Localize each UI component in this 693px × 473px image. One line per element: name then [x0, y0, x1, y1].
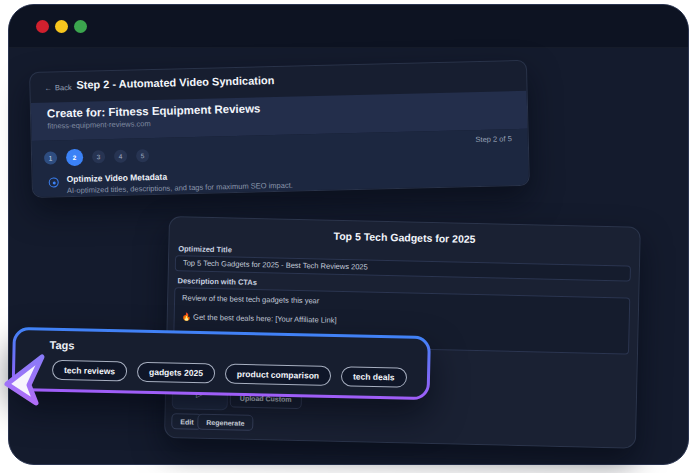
back-arrow-icon: ←: [44, 83, 52, 92]
wizard-steps-section: Step 2 of 5 1 2 3 4 5 Optimize Video Met…: [32, 129, 529, 198]
maximize-window-icon[interactable]: [74, 20, 87, 33]
tag-pill[interactable]: product comparison: [225, 364, 332, 386]
tags-row: tech reviews gadgets 2025 product compar…: [52, 360, 407, 388]
tag-pill[interactable]: tech reviews: [52, 360, 127, 382]
window-titlebar: [9, 5, 688, 48]
tag-pill[interactable]: gadgets 2025: [137, 362, 215, 384]
step-circle-2[interactable]: 2: [66, 149, 83, 166]
step-circle-5[interactable]: 5: [136, 149, 149, 162]
target-icon: [49, 177, 59, 187]
tags-label: Tags: [49, 339, 74, 352]
active-step-row: Optimize Video Metadata AI-optimized tit…: [49, 169, 293, 196]
mockup-stage: ← Back Step 2 - Automated Video Syndicat…: [0, 0, 693, 473]
optimized-title-label: Optimized Title: [178, 244, 232, 254]
back-button[interactable]: ← Back: [44, 83, 71, 93]
step-progress-label: Step 2 of 5: [475, 134, 511, 144]
tag-pill[interactable]: tech deals: [341, 366, 407, 387]
step-circle-1[interactable]: 1: [44, 151, 57, 164]
wizard-title: Step 2 - Automated Video Syndication: [76, 74, 274, 91]
regenerate-button[interactable]: Regenerate: [197, 414, 253, 431]
description-label: Description with CTAs: [177, 276, 257, 287]
minimize-window-icon[interactable]: [55, 20, 68, 33]
wizard-panel: ← Back Step 2 - Automated Video Syndicat…: [29, 60, 530, 198]
close-window-icon[interactable]: [36, 20, 49, 33]
step-circle-4[interactable]: 4: [114, 150, 127, 163]
tags-highlight-box: Tags tech reviews gadgets 2025 product c…: [12, 327, 431, 400]
back-label: Back: [55, 83, 72, 92]
step-indicator: 1 2 3 4 5: [44, 147, 149, 167]
tags-section: Tags tech reviews gadgets 2025 product c…: [15, 330, 428, 397]
video-title: Top 5 Tech Gadgets for 2025: [170, 226, 640, 249]
step-circle-3[interactable]: 3: [92, 150, 105, 163]
